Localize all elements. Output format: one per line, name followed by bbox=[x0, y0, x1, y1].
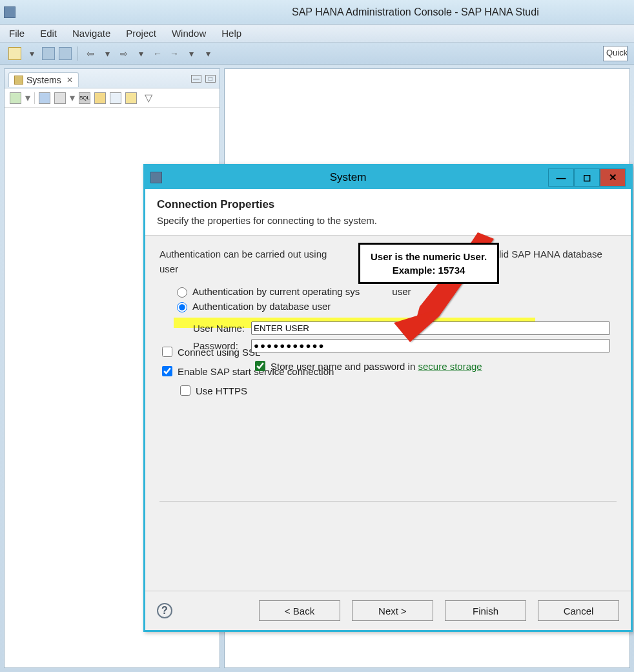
folder-icon[interactable] bbox=[94, 92, 106, 104]
cancel-button[interactable]: Cancel bbox=[538, 600, 619, 621]
panel-minimize-icon[interactable]: — bbox=[191, 75, 201, 83]
annotation-callout: User is the numeric User. Example: 15734 bbox=[358, 243, 499, 284]
password-label: Password: bbox=[174, 340, 251, 351]
auth-os-user-label: Authentication by current operating sysu… bbox=[192, 286, 411, 297]
sql-icon[interactable]: SQL bbox=[79, 92, 90, 104]
dropdown-icon[interactable]: ▾ bbox=[134, 47, 147, 60]
menu-project[interactable]: Project bbox=[126, 28, 156, 39]
new-icon[interactable] bbox=[8, 47, 21, 60]
systems-tab-label: Systems bbox=[26, 75, 61, 85]
auth-db-user-radio-row[interactable]: Authentication by database user bbox=[174, 300, 617, 312]
toolbar-separator bbox=[77, 46, 78, 61]
next-button[interactable]: Next > bbox=[352, 600, 433, 621]
menu-navigate[interactable]: Navigate bbox=[72, 28, 110, 39]
nav-left-icon[interactable]: ← bbox=[151, 47, 164, 60]
collapse-icon[interactable] bbox=[110, 92, 121, 104]
use-https-checkbox[interactable] bbox=[180, 385, 190, 396]
dropdown-icon[interactable]: ▾ bbox=[25, 92, 30, 104]
view-menu-icon[interactable]: ▽ bbox=[145, 92, 152, 104]
store-credentials-checkbox[interactable] bbox=[255, 361, 265, 371]
username-input[interactable] bbox=[251, 321, 610, 335]
auth-os-user-radio[interactable] bbox=[177, 287, 187, 298]
password-input[interactable] bbox=[251, 339, 610, 352]
app-icon bbox=[4, 6, 15, 18]
dialog-body: Authentication can be carried out using … bbox=[145, 236, 631, 591]
monitor-icon[interactable] bbox=[39, 92, 50, 104]
panel-maximize-icon[interactable]: □ bbox=[205, 75, 216, 83]
dropdown-icon[interactable]: ▾ bbox=[25, 47, 38, 60]
callout-line2: Example: 15734 bbox=[371, 263, 487, 277]
quick-access-input[interactable]: Quick bbox=[603, 46, 628, 61]
filter-icon[interactable] bbox=[54, 92, 66, 104]
use-https-row[interactable]: Use HTTPS bbox=[178, 383, 617, 398]
help-icon[interactable]: ? bbox=[157, 603, 172, 618]
auth-db-user-radio[interactable] bbox=[177, 302, 187, 312]
dialog-minimize-button[interactable]: — bbox=[548, 168, 574, 187]
dropdown-icon[interactable]: ▾ bbox=[70, 92, 75, 104]
menu-window[interactable]: Window bbox=[172, 28, 206, 39]
callout-line1: User is the numeric User. bbox=[371, 250, 487, 263]
dialog-footer: ? < Back Next > Finish Cancel bbox=[145, 591, 631, 630]
finish-button[interactable]: Finish bbox=[445, 600, 526, 621]
dialog-titlebar[interactable]: System — ◻ ✕ bbox=[145, 166, 631, 189]
dialog-title: System bbox=[148, 171, 548, 184]
refresh-icon[interactable] bbox=[125, 92, 137, 104]
back-button[interactable]: < Back bbox=[259, 600, 340, 621]
add-system-icon[interactable] bbox=[10, 92, 21, 104]
main-window-titlebar: SAP HANA Administration Console - SAP HA… bbox=[0, 0, 634, 25]
tab-close-icon[interactable]: ✕ bbox=[66, 76, 73, 85]
enable-sap-start-checkbox[interactable] bbox=[162, 366, 172, 376]
menu-edit[interactable]: Edit bbox=[40, 28, 57, 39]
dropdown-icon[interactable]: ▾ bbox=[101, 47, 114, 60]
dialog-close-button[interactable]: ✕ bbox=[600, 168, 626, 187]
username-label: User Name: bbox=[174, 323, 251, 334]
systems-panel-tabrow: Systems ✕ — □ bbox=[5, 69, 220, 88]
auth-db-user-label: Authentication by database user bbox=[192, 301, 331, 312]
system-dialog: System — ◻ ✕ Connection Properties Speci… bbox=[143, 164, 633, 632]
systems-tab-icon bbox=[14, 76, 23, 85]
menu-file[interactable]: File bbox=[9, 28, 25, 39]
secure-storage-link[interactable]: secure storage bbox=[418, 361, 482, 372]
main-toolbar: ▾ ⇦ ▾ ⇨ ▾ ← → ▾ ▾ Quick bbox=[0, 43, 634, 65]
dialog-header: Connection Properties Specify the proper… bbox=[145, 189, 631, 236]
dialog-header-subtitle: Specify the properties for connecting to… bbox=[157, 215, 619, 226]
dialog-separator bbox=[159, 501, 617, 502]
use-https-label: Use HTTPS bbox=[196, 385, 247, 396]
save-icon[interactable] bbox=[42, 47, 55, 60]
systems-panel-toolbar: ▾ ▾ SQL ▽ bbox=[5, 88, 220, 108]
menu-help[interactable]: Help bbox=[221, 28, 241, 39]
store-credentials-label: Store user name and password in secure s… bbox=[271, 361, 482, 372]
nav-back-icon[interactable]: ⇦ bbox=[84, 47, 97, 60]
connect-ssl-checkbox[interactable] bbox=[162, 347, 172, 357]
nav-right-icon[interactable]: → bbox=[168, 47, 181, 60]
menubar: File Edit Navigate Project Window Help bbox=[0, 25, 634, 43]
dialog-maximize-button[interactable]: ◻ bbox=[574, 168, 600, 187]
toolbar-separator bbox=[34, 92, 35, 104]
dropdown-icon[interactable]: ▾ bbox=[185, 47, 198, 60]
dialog-header-title: Connection Properties bbox=[157, 198, 619, 211]
systems-tab[interactable]: Systems ✕ bbox=[8, 72, 79, 87]
auth-os-user-radio-row[interactable]: Authentication by current operating sysu… bbox=[174, 285, 617, 298]
nav-fwd-icon[interactable]: ⇨ bbox=[118, 47, 130, 60]
save-all-icon[interactable] bbox=[59, 47, 72, 60]
dropdown-icon[interactable]: ▾ bbox=[201, 47, 214, 60]
app-title: SAP HANA Administration Console - SAP HA… bbox=[292, 6, 539, 18]
